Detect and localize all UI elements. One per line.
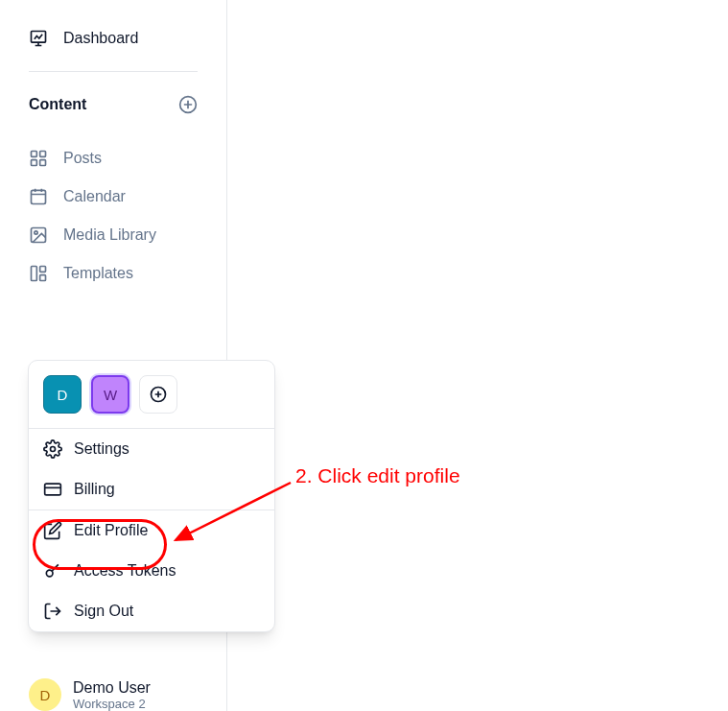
sidebar-item-label: Dashboard xyxy=(63,30,138,47)
workspace-initial: W xyxy=(104,387,117,403)
workspace-switcher: D W xyxy=(29,361,274,429)
divider xyxy=(29,71,198,72)
menu-item-label: Sign Out xyxy=(74,603,133,620)
svg-rect-9 xyxy=(32,267,37,281)
menu-item-label: Settings xyxy=(74,440,129,458)
key-icon xyxy=(43,561,62,581)
avatar: D xyxy=(29,678,61,711)
add-content-button[interactable] xyxy=(178,95,198,114)
user-workspace: Workspace 2 xyxy=(73,697,151,711)
svg-rect-5 xyxy=(40,160,46,166)
gear-icon xyxy=(43,439,62,459)
grid-icon xyxy=(29,149,48,168)
calendar-icon xyxy=(29,187,48,206)
plus-circle-icon xyxy=(149,385,168,404)
menu-item-settings[interactable]: Settings xyxy=(29,429,274,469)
svg-rect-6 xyxy=(32,190,46,203)
annotation-text: 2. Click edit profile xyxy=(295,464,460,487)
menu-item-access-tokens[interactable]: Access Tokens xyxy=(29,551,274,591)
svg-rect-4 xyxy=(32,160,37,166)
menu-item-label: Billing xyxy=(74,481,115,498)
svg-point-15 xyxy=(46,570,53,577)
sidebar-item-label: Media Library xyxy=(63,226,156,244)
sidebar-item-dashboard[interactable]: Dashboard xyxy=(0,19,226,58)
workspace-tile-d[interactable]: D xyxy=(43,375,82,414)
section-title: Content xyxy=(29,96,86,113)
sidebar-item-media[interactable]: Media Library xyxy=(0,216,226,254)
workspace-initial: D xyxy=(58,387,68,403)
svg-rect-2 xyxy=(32,152,37,157)
menu-item-label: Access Tokens xyxy=(74,562,176,580)
menu-item-edit-profile[interactable]: Edit Profile xyxy=(29,510,274,551)
menu-item-billing[interactable]: Billing xyxy=(29,469,274,510)
svg-rect-10 xyxy=(40,267,46,273)
user-footer[interactable]: D Demo User Workspace 2 xyxy=(0,669,226,711)
sidebar-item-label: Templates xyxy=(63,265,133,282)
svg-rect-14 xyxy=(45,484,61,495)
sidebar-item-templates[interactable]: Templates xyxy=(0,254,226,293)
sidebar-item-label: Calendar xyxy=(63,188,126,205)
sidebar-item-label: Posts xyxy=(63,150,102,167)
menu-item-label: Edit Profile xyxy=(74,522,148,539)
sidebar-item-posts[interactable]: Posts xyxy=(0,139,226,178)
logout-icon xyxy=(43,602,62,621)
svg-point-8 xyxy=(35,231,37,234)
edit-icon xyxy=(43,521,62,540)
plus-circle-icon xyxy=(178,95,198,114)
svg-point-13 xyxy=(51,447,56,452)
user-name: Demo User xyxy=(73,679,151,697)
svg-rect-11 xyxy=(40,275,46,281)
credit-card-icon xyxy=(43,480,62,499)
image-icon xyxy=(29,225,48,245)
svg-rect-3 xyxy=(40,152,46,157)
workspace-tile-w[interactable]: W xyxy=(91,375,129,414)
avatar-initial: D xyxy=(40,687,51,703)
menu-item-sign-out[interactable]: Sign Out xyxy=(29,591,274,631)
sidebar-item-calendar[interactable]: Calendar xyxy=(0,178,226,216)
add-workspace-button[interactable] xyxy=(139,375,177,414)
content-section-header: Content xyxy=(0,85,226,139)
user-popover: D W Settings Billing Edit Profile Access… xyxy=(28,360,275,632)
presentation-chart-icon xyxy=(29,29,48,48)
templates-icon xyxy=(29,264,48,283)
user-info: Demo User Workspace 2 xyxy=(73,679,151,711)
